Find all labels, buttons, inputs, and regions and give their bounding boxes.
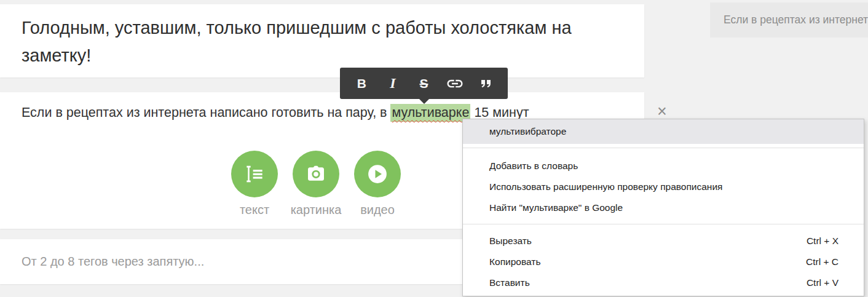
collapsed-block-preview[interactable]: Если в рецептах из интернета написано го… bbox=[710, 2, 868, 38]
menu-item-shortcut: Ctrl + X bbox=[807, 236, 838, 247]
title-card: Голодным, уставшим, только пришедшим с р… bbox=[0, 4, 644, 77]
menu-item-label: Найти "мультиварке" в Google bbox=[489, 202, 623, 213]
menu-item-shortcut: Ctrl + V bbox=[807, 277, 838, 288]
add-image-label: картинка bbox=[291, 203, 342, 217]
bold-icon[interactable]: B bbox=[351, 73, 372, 94]
add-image-button[interactable]: картинка bbox=[285, 151, 347, 217]
context-menu-item-copy[interactable]: Копировать Ctrl + C bbox=[463, 251, 864, 272]
format-toolbar: B I S bbox=[340, 68, 508, 99]
context-menu-item-search-google[interactable]: Найти "мультиварке" в Google bbox=[463, 197, 864, 218]
context-menu: мультивибраторе Добавить в словарь Испол… bbox=[462, 119, 864, 296]
insert-block-buttons: текст картинка видео bbox=[224, 151, 408, 217]
menu-item-shortcut: Ctrl + C bbox=[806, 256, 838, 267]
add-video-label: видео bbox=[360, 203, 395, 217]
play-icon bbox=[354, 151, 401, 197]
link-icon[interactable] bbox=[444, 73, 465, 94]
add-text-button[interactable]: текст bbox=[224, 151, 285, 217]
context-menu-separator bbox=[463, 224, 864, 224]
post-editor-screen: Голодным, уставшим, только пришедшим с р… bbox=[0, 0, 868, 297]
tags-input[interactable] bbox=[22, 239, 452, 284]
menu-item-label: Добавить в словарь bbox=[489, 160, 578, 172]
context-menu-item-cut[interactable]: Вырезать Ctrl + X bbox=[463, 231, 864, 251]
close-icon[interactable]: × bbox=[653, 102, 671, 121]
add-video-button[interactable]: видео bbox=[347, 151, 408, 217]
post-title-input[interactable]: Голодным, уставшим, только пришедшим с р… bbox=[22, 14, 606, 69]
context-menu-item-add-to-dictionary[interactable]: Добавить в словарь bbox=[463, 156, 864, 176]
context-menu-item-suggestion[interactable]: мультивибраторе bbox=[463, 119, 864, 144]
strikethrough-icon[interactable]: S bbox=[413, 73, 434, 94]
menu-item-label: Использовать расширенную проверку правоп… bbox=[489, 181, 722, 192]
context-menu-separator bbox=[463, 148, 864, 148]
camera-icon bbox=[293, 151, 339, 197]
collapsed-block-text: Если в рецептах из интернета написано го… bbox=[724, 14, 868, 26]
context-menu-item-enhanced-spellcheck[interactable]: Использовать расширенную проверку правоп… bbox=[463, 176, 864, 197]
menu-item-label: Копировать bbox=[489, 256, 540, 267]
add-text-label: текст bbox=[240, 203, 269, 217]
text-icon bbox=[231, 151, 278, 197]
misspelled-word-highlight[interactable]: мультиварке bbox=[390, 104, 470, 122]
menu-item-label: Вырезать bbox=[489, 236, 532, 247]
quote-icon[interactable] bbox=[476, 73, 497, 94]
body-text-before: Если в рецептах из интернета написано го… bbox=[22, 105, 390, 120]
body-text-after: 15 минут bbox=[470, 105, 529, 120]
menu-item-label: Вставить bbox=[489, 277, 530, 288]
context-menu-item-paste[interactable]: Вставить Ctrl + V bbox=[463, 272, 864, 293]
suggestion-label: мультивибраторе bbox=[489, 126, 566, 137]
italic-icon[interactable]: I bbox=[382, 73, 403, 94]
